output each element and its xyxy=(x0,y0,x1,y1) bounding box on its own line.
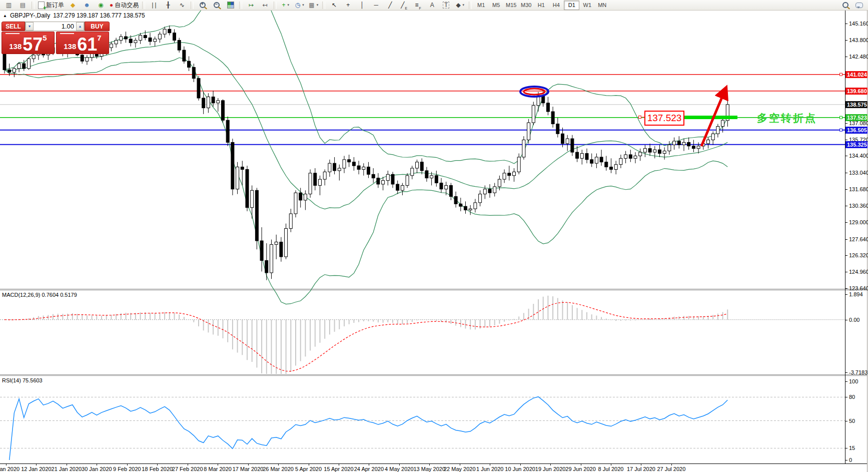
price-tick-label: 123.640 xyxy=(849,285,868,291)
arrows-icon-dropdown-icon[interactable]: ▾ xyxy=(463,3,465,7)
data-window-icon: ▤ xyxy=(20,2,26,8)
candlestick-chart-icon[interactable]: ╂ xyxy=(161,1,175,10)
timeframe-h1-button[interactable]: H1 xyxy=(534,1,548,10)
candle-body xyxy=(639,152,642,156)
candle-body xyxy=(270,244,273,273)
timeframe-h4-button[interactable]: H4 xyxy=(549,1,563,10)
candle-body xyxy=(629,155,632,158)
data-window-icon[interactable]: ▤ xyxy=(16,1,30,10)
templates-button[interactable]: ▩▾ xyxy=(307,1,320,10)
date-axis-label: 5 Apr 2020 xyxy=(295,466,322,472)
pivot-annotation-text[interactable]: 多空转折点 xyxy=(757,111,817,125)
metaeditor-icon: ◆ xyxy=(71,2,75,8)
rsi-tick-mark xyxy=(845,421,847,421)
candle-body xyxy=(372,174,375,178)
trendline-icon[interactable]: ╱ xyxy=(383,1,397,10)
periods-button[interactable]: ◷▾ xyxy=(293,1,306,10)
volume-input[interactable] xyxy=(34,22,76,31)
date-axis-tick xyxy=(550,464,551,465)
buy-price-box[interactable]: 138 61 7 xyxy=(56,32,109,54)
indicators-button[interactable]: +▾ xyxy=(279,1,292,10)
date-axis-tick xyxy=(641,464,641,465)
zoom-in-icon[interactable] xyxy=(196,1,209,10)
arrows-icon[interactable]: ◆▾ xyxy=(453,1,467,10)
metaeditor-icon[interactable]: ◆ xyxy=(66,1,80,10)
sell-price-main: 57 xyxy=(23,37,43,53)
candle-body xyxy=(595,157,598,163)
date-axis-label: 8 Mar 2020 xyxy=(204,466,232,472)
candle-body xyxy=(18,64,21,69)
sell-button[interactable]: SELL xyxy=(2,22,25,31)
bollinger-upper-band xyxy=(5,0,727,164)
candle-body xyxy=(333,163,336,171)
date-axis-tick xyxy=(671,464,672,465)
date-axis-tick xyxy=(36,464,37,465)
community-icon[interactable]: ☻ xyxy=(80,1,94,10)
candle-body xyxy=(217,101,220,103)
periods-button-dropdown-icon[interactable]: ▾ xyxy=(302,3,304,7)
buy-button[interactable]: BUY xyxy=(85,22,110,31)
price-tick-mark xyxy=(845,156,847,156)
candle-body xyxy=(566,139,569,144)
hline-handle[interactable] xyxy=(840,116,842,119)
timeframe-m1-button[interactable]: M1 xyxy=(474,1,488,10)
volume-decrease-button[interactable]: ▼ xyxy=(26,22,34,31)
hline-handle[interactable] xyxy=(639,116,641,119)
text-icon: A xyxy=(430,2,434,8)
sell-price-box[interactable]: 138 57 5 xyxy=(2,32,55,54)
autotrading-button-label: 自动交易 xyxy=(115,1,139,10)
horizontal-line-icon[interactable]: ─ xyxy=(369,1,383,10)
new-order-button[interactable]: 新订单 xyxy=(37,1,66,10)
candle-body xyxy=(8,70,11,72)
text-icon[interactable]: A xyxy=(425,1,439,10)
candle-body xyxy=(241,167,244,170)
chat-icon[interactable] xyxy=(852,1,866,10)
trade-panel-prices: 138 57 5 138 61 7 xyxy=(2,32,110,54)
tile-windows-icon[interactable] xyxy=(224,1,237,10)
candle-body xyxy=(411,168,414,176)
chart-shift-icon[interactable]: ↤ xyxy=(258,1,272,10)
crosshair-icon: + xyxy=(346,2,350,8)
text-label-icon[interactable]: T xyxy=(439,1,453,10)
autotrading-button: ● xyxy=(110,2,113,8)
trade-panel-header: SELL ▼ ▲ BUY xyxy=(2,22,110,31)
new-order-button-label: 新订单 xyxy=(46,1,64,10)
pivot-price-label[interactable]: 137.523 xyxy=(644,111,684,126)
volume-increase-button[interactable]: ▲ xyxy=(76,22,84,31)
hline-handle[interactable] xyxy=(840,73,842,76)
date-axis-tick xyxy=(309,464,309,465)
candle-body xyxy=(483,189,486,194)
bar-chart-icon[interactable]: ∣∣ xyxy=(147,1,161,10)
fibonacci-icon[interactable]: ≡F xyxy=(411,1,425,10)
date-axis-label: 4 May 2020 xyxy=(385,466,413,472)
timeframe-m15-button[interactable]: M15 xyxy=(504,1,518,10)
timeframe-m5-button[interactable]: M5 xyxy=(489,1,503,10)
collapse-triangle-icon[interactable]: ▲ xyxy=(3,14,7,18)
timeframe-d1-button[interactable]: D1 xyxy=(564,1,579,10)
signals-icon[interactable]: ◉ xyxy=(94,1,108,10)
equidistant-channel-icon[interactable]: ╱E xyxy=(397,1,411,10)
pivot-highlight-bar[interactable] xyxy=(684,116,737,119)
indicators-button-dropdown-icon[interactable]: ▾ xyxy=(288,3,290,7)
templates-button-dropdown-icon[interactable]: ▾ xyxy=(317,3,319,7)
price-tick-mark xyxy=(845,239,847,240)
candle-body xyxy=(207,97,210,108)
candle-body xyxy=(503,173,506,179)
autotrading-button[interactable]: ●自动交易 xyxy=(108,1,140,10)
vertical-line-icon[interactable]: │ xyxy=(355,1,369,10)
toolbar-separator xyxy=(239,2,242,9)
timeframe-m30-button[interactable]: M30 xyxy=(519,1,533,10)
zoom-out-icon[interactable] xyxy=(210,1,223,10)
auto-scroll-icon[interactable]: ↦ xyxy=(244,1,258,10)
timeframe-mn-button[interactable]: MN xyxy=(595,1,609,10)
cursor-icon[interactable]: ↖ xyxy=(327,1,341,10)
rsi-tick-label: 80 xyxy=(849,394,855,400)
hline-handle[interactable] xyxy=(840,129,842,131)
line-chart-icon[interactable]: ∿ xyxy=(175,1,189,10)
chart-plot-area[interactable] xyxy=(0,0,868,472)
search-icon[interactable] xyxy=(838,1,852,10)
date-axis-label: 30 Jan 2020 xyxy=(82,466,112,472)
charts-window-icon[interactable]: ▥ xyxy=(2,1,16,10)
timeframe-w1-button[interactable]: W1 xyxy=(580,1,594,10)
crosshair-icon[interactable]: + xyxy=(341,1,355,10)
